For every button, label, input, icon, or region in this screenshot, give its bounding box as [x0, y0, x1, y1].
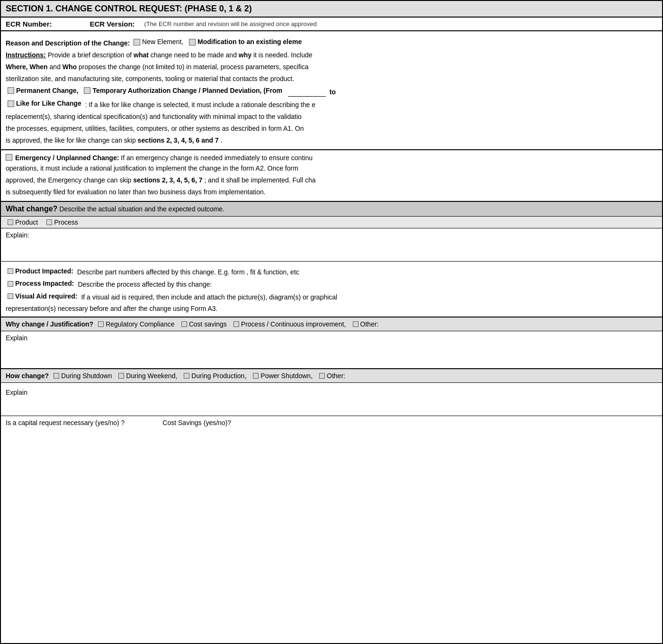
how-change-header: How change? During Shutdown During Weeke… — [1, 369, 662, 383]
visual-aid-text: If a visual aid is required, then includ… — [81, 293, 337, 300]
new-element-checkbox[interactable] — [134, 39, 140, 45]
during-shutdown-checkbox-group: During Shutdown — [54, 372, 112, 380]
impacted-area: Product Impacted: Describe part numbers … — [1, 262, 662, 318]
process-impacted-checkbox[interactable] — [8, 281, 13, 287]
product-impacted-checkbox[interactable] — [8, 268, 13, 274]
why-other-checkbox[interactable] — [353, 321, 358, 327]
during-shutdown-label: During Shutdown — [61, 372, 112, 380]
process-impacted-text: Describe the process affected by this ch… — [78, 281, 212, 288]
emergency-text-container: Emergency / Unplanned Change: If an emer… — [15, 154, 313, 162]
process-label: Process — [54, 218, 78, 226]
approved-text: is approved, the like for like change ca… — [6, 136, 136, 144]
how-other-checkbox[interactable] — [319, 373, 325, 379]
during-weekend-checkbox-group: During Weekend, — [118, 372, 177, 380]
period: . — [221, 136, 223, 144]
process-impacted-checkbox-group: Process Impacted: — [8, 279, 74, 289]
emergency-sections-bold: sections 2, 3, 4, 5, 6, 7 — [133, 176, 202, 184]
reason-label: Reason and Description of the Change: — [6, 39, 130, 47]
during-weekend-label: During Weekend, — [126, 372, 177, 380]
capital-question: Is a capital request necessary (yes/no) … — [6, 419, 125, 426]
instructions-line: Instructions: Provide a brief descriptio… — [6, 50, 657, 60]
cost-savings-label: Cost savings — [189, 320, 227, 328]
temporary-label: Temporary Authorization Change / Planned… — [92, 86, 282, 96]
emergency-checkbox[interactable] — [6, 154, 12, 161]
product-checkbox-group: Product — [8, 218, 38, 226]
regulatory-checkbox[interactable] — [98, 321, 104, 327]
replacement-text: replacement(s), sharing identical specif… — [6, 113, 302, 120]
regulatory-checkbox-group: Regulatory Compliance — [98, 320, 175, 328]
process-continuous-checkbox-group: Process / Continuous improvement, — [233, 320, 346, 328]
power-shutdown-checkbox[interactable] — [253, 373, 259, 379]
visual-aid-checkbox[interactable] — [8, 293, 13, 299]
ecr-row: ECR Number: ECR Version: (The ECR number… — [1, 18, 662, 31]
during-production-checkbox[interactable] — [184, 373, 189, 379]
how-explain-label: Explain — [6, 389, 27, 396]
where-when-line: Where, When and Who proposes the change … — [6, 62, 657, 72]
processes-text: the processes, equipment, utilities, fac… — [6, 125, 304, 132]
emergency-first-line: Emergency / Unplanned Change: If an emer… — [6, 154, 657, 162]
product-checkbox[interactable] — [8, 219, 13, 225]
modification-checkbox[interactable] — [189, 39, 196, 45]
like-for-like-checkbox[interactable] — [8, 100, 14, 107]
why-explain-area: Explain — [1, 331, 662, 369]
to-text: to — [330, 88, 336, 95]
visual-aid-line: Visual Aid required: If a visual aid is … — [6, 291, 657, 302]
ecr-note: (The ECR number and revision will be ass… — [144, 20, 317, 27]
emergency-line3: approved, the Emergency change can skip … — [6, 175, 657, 185]
page-container: SECTION 1. CHANGE CONTROL REQUEST: (PHAS… — [0, 0, 663, 644]
process-continuous-label: Process / Continuous improvement, — [241, 320, 346, 328]
how-explain-label-line: Explain — [6, 388, 657, 398]
section-header-text: SECTION 1. CHANGE CONTROL REQUEST: (PHAS… — [6, 4, 252, 13]
emergency-line4: is subsequently filed for evaluation no … — [6, 187, 657, 197]
what-change-subtitle-text: Describe the actual situation and the ex… — [59, 205, 224, 213]
representation-line: representation(s) necessary before and a… — [6, 304, 657, 314]
during-shutdown-checkbox[interactable] — [54, 373, 59, 379]
why-change-header: Why change / Justification? Regulatory C… — [1, 317, 662, 331]
ecr-number-label: ECR Number: — [6, 20, 52, 28]
permanent-change-line: Permanent Change, Temporary Authorizatio… — [6, 86, 657, 97]
emergency-text3: approved, the Emergency change can skip — [6, 176, 131, 184]
representation-text: representation(s) necessary before and a… — [6, 305, 217, 312]
emergency-text4: ; and it shall be implemented. Full cha — [204, 176, 315, 184]
why-explain-label: Explain — [6, 334, 27, 342]
cost-savings-checkbox[interactable] — [181, 321, 187, 327]
visual-aid-checkbox-group: Visual Aid required: — [8, 291, 77, 301]
permanent-checkbox[interactable] — [8, 87, 14, 94]
how-change-title: How change? — [6, 372, 49, 380]
why-bold: why — [239, 51, 251, 59]
why-other-label: Other: — [360, 320, 379, 328]
sterilization-text: sterilization site, and manufacturing si… — [6, 75, 294, 82]
sections-bold: sections 2, 3, 4, 5, 6 and 7 — [138, 136, 219, 144]
temporary-checkbox[interactable] — [84, 87, 90, 94]
new-element-label: New Element, — [142, 37, 183, 47]
like-for-like-text: : If a like for like change is selected,… — [85, 101, 315, 109]
cost-savings-checkbox-group: Cost savings — [181, 320, 227, 328]
how-other-checkbox-group: Other: — [319, 372, 345, 380]
during-production-checkbox-group: During Production, — [184, 372, 246, 380]
like-for-like-checkbox-group: Like for Like Change — [8, 99, 81, 109]
process-checkbox[interactable] — [46, 219, 52, 225]
modification-label: Modification to an existing eleme — [197, 37, 302, 47]
process-continuous-checkbox[interactable] — [233, 321, 239, 327]
regulatory-label: Regulatory Compliance — [106, 320, 175, 328]
emergency-bold-label: Emergency / Unplanned Change: — [15, 154, 119, 162]
approved-line: is approved, the like for like change ca… — [6, 136, 657, 145]
emergency-line2: operations, it must include a rational j… — [6, 163, 657, 173]
process-impacted-line: Process Impacted: Describe the process a… — [6, 279, 657, 290]
emergency-text5: is subsequently filed for evaluation no … — [6, 188, 266, 196]
it-needed-text: it is needed. Include — [253, 51, 313, 59]
product-impacted-text: Describe part numbers affected by this c… — [77, 268, 299, 275]
proposes-text: proposes the change (not limited to) in … — [79, 63, 309, 71]
change-text: change need to be made and — [151, 51, 239, 59]
new-element-checkbox-group: New Element, — [134, 37, 183, 47]
during-production-label: During Production, — [191, 372, 246, 380]
sterilization-line: sterilization site, and manufacturing si… — [6, 74, 657, 84]
product-label: Product — [15, 218, 38, 226]
cost-savings-question: Cost Savings (yes/no)? — [162, 419, 231, 426]
like-for-like-line1: Like for Like Change : If a like for lik… — [6, 99, 657, 110]
section-header: SECTION 1. CHANGE CONTROL REQUEST: (PHAS… — [1, 1, 662, 18]
who-bold: Who — [63, 63, 77, 71]
reason-description-block: Reason and Description of the Change: Ne… — [1, 31, 662, 150]
why-change-title: Why change / Justification? — [6, 320, 93, 328]
during-weekend-checkbox[interactable] — [118, 373, 124, 379]
